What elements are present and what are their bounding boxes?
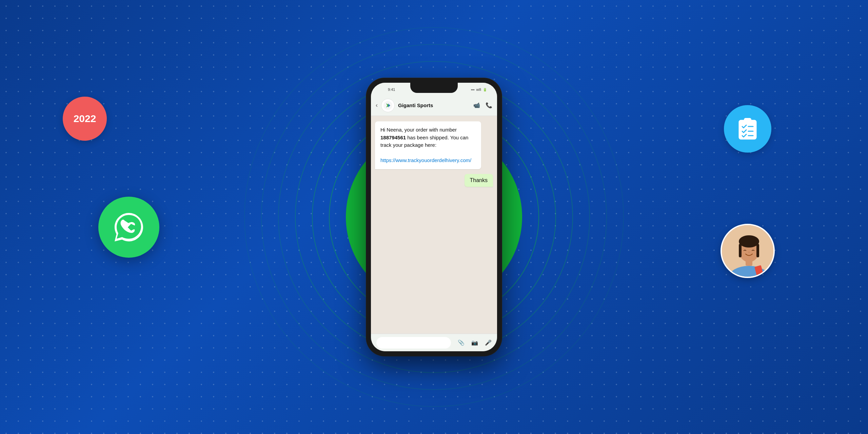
battery-icon: 🔋 [483, 88, 487, 92]
svg-rect-12 [756, 244, 759, 257]
year-badge: 2022 [63, 97, 107, 141]
phone-frame: 9:41 ▪▪▪ wifi 🔋 ‹ Gig [366, 78, 502, 356]
header-action-icons: 📹 📞 [473, 102, 492, 108]
chat-body: Hi Neena, your order with number 1887945… [371, 116, 497, 334]
phone-notch [410, 83, 458, 93]
svg-rect-2 [744, 118, 751, 122]
phone-device: 9:41 ▪▪▪ wifi 🔋 ‹ Gig [366, 78, 502, 356]
voice-call-icon[interactable]: 📞 [486, 102, 492, 108]
wifi-icon: wifi [476, 88, 481, 92]
chat-header: ‹ Giganti Sports 📹 📞 [371, 95, 497, 116]
person-avatar-circle [721, 224, 775, 278]
video-call-icon[interactable]: 📹 [473, 102, 480, 108]
phone-screen: 9:41 ▪▪▪ wifi 🔋 ‹ Gig [371, 83, 497, 351]
svg-point-10 [739, 235, 759, 248]
contact-logo [381, 99, 395, 112]
order-number: 188794561 [380, 135, 406, 140]
sent-message: Thanks [465, 174, 493, 187]
status-time: 9:41 [388, 87, 395, 92]
svg-rect-0 [739, 120, 756, 139]
whatsapp-icon [112, 210, 146, 244]
message-input[interactable] [376, 337, 451, 349]
year-badge-text: 2022 [74, 113, 96, 124]
message-text-intro: Hi Neena, your order with number [380, 127, 457, 133]
svg-rect-11 [739, 244, 742, 257]
clipboard-circle [724, 105, 771, 153]
received-message: Hi Neena, your order with number 1887945… [375, 121, 481, 169]
back-button[interactable]: ‹ [376, 102, 378, 109]
whatsapp-circle [98, 197, 159, 258]
chat-input-bar: 📎 📷 🎤 [371, 334, 497, 351]
clipboard-icon [736, 117, 760, 141]
sent-message-text: Thanks [470, 177, 488, 183]
giganti-sports-icon [383, 101, 392, 110]
signal-icon: ▪▪▪ [471, 88, 475, 92]
mic-icon[interactable]: 🎤 [485, 339, 492, 346]
tracking-link[interactable]: https://www.trackyouorderdelhivery.com/ [380, 157, 471, 163]
camera-icon[interactable]: 📷 [471, 339, 478, 346]
attach-icon[interactable]: 📎 [458, 339, 465, 346]
contact-name: Giganti Sports [398, 102, 470, 108]
